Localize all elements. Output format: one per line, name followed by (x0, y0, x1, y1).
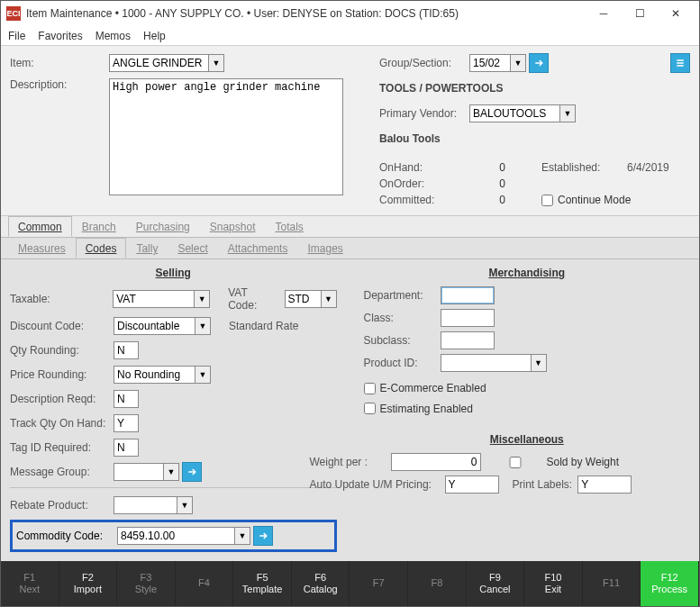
price-rounding-input[interactable] (114, 366, 195, 384)
tab-totals[interactable]: Totals (265, 216, 313, 237)
item-dropdown[interactable]: ▼ (109, 54, 224, 72)
dropdown-arrow-icon[interactable]: ▼ (177, 496, 193, 514)
subtab-tally[interactable]: Tally (126, 238, 168, 258)
vatcode-dropdown[interactable]: ▼ (285, 290, 337, 308)
header-panel: Item: ▼ Description: High power angle gr… (1, 46, 699, 216)
description-textarea[interactable]: High power angle grinder machine (109, 78, 343, 195)
onorder-label: OnOrder: (379, 177, 460, 190)
tag-id-label: Tag ID Required: (10, 441, 114, 454)
taxable-dropdown[interactable]: ▼ (113, 290, 210, 308)
fn-f5[interactable]: F5Template (233, 561, 292, 606)
rebate-dropdown[interactable]: ▼ (114, 496, 193, 514)
vatcode-input[interactable] (285, 290, 321, 308)
desc-reqd-input[interactable] (114, 390, 139, 408)
estimating-checkbox[interactable]: Estimating Enabled (364, 403, 473, 415)
tab-purchasing[interactable]: Purchasing (126, 216, 200, 237)
maximize-button[interactable]: ☐ (622, 2, 658, 25)
fn-f9[interactable]: F9Cancel (467, 561, 525, 606)
fn-f8[interactable]: F8 (408, 561, 467, 606)
fn-f11[interactable]: F11 (583, 561, 641, 606)
subtab-attachments[interactable]: Attachments (218, 238, 298, 258)
fn-f12[interactable]: F12Process (641, 561, 699, 606)
tab-snapshot[interactable]: Snapshot (200, 216, 266, 237)
class-input[interactable] (441, 309, 495, 327)
fn-f3[interactable]: F3Style (117, 561, 176, 606)
msg-group-lookup-button[interactable] (182, 462, 202, 482)
onorder-value: 0 (460, 177, 505, 190)
prodid-dropdown[interactable]: ▼ (441, 354, 547, 372)
commodity-lookup-button[interactable] (253, 526, 273, 546)
list-view-button[interactable] (670, 53, 690, 73)
vendor-dropdown[interactable]: ▼ (469, 104, 576, 122)
sold-by-weight-input[interactable] (488, 457, 542, 468)
group-dropdown[interactable]: ▼ (469, 54, 526, 72)
auto-update-input[interactable] (445, 476, 499, 494)
dropdown-arrow-icon[interactable]: ▼ (195, 317, 211, 335)
prodid-input[interactable] (441, 354, 531, 372)
discount-dropdown[interactable]: ▼ (114, 317, 211, 335)
menu-file[interactable]: File (8, 30, 25, 42)
prodid-label: Product ID: (364, 357, 441, 369)
group-lookup-button[interactable] (529, 53, 549, 73)
fn-f4[interactable]: F4 (176, 561, 234, 606)
tab-branch[interactable]: Branch (72, 216, 126, 237)
committed-value: 0 (460, 194, 505, 206)
estimating-input[interactable] (364, 403, 376, 414)
subtab-select[interactable]: Select (168, 238, 217, 258)
fn-f6[interactable]: F6Catalog (292, 561, 350, 606)
dropdown-arrow-icon[interactable]: ▼ (195, 366, 211, 384)
continue-mode-checkbox[interactable]: Continue Mode (541, 194, 631, 206)
tag-id-input[interactable] (114, 439, 139, 457)
ecommerce-input[interactable] (364, 383, 376, 394)
qty-rounding-input[interactable] (114, 341, 139, 359)
ecommerce-checkbox[interactable]: E-Commerce Enabled (364, 382, 486, 394)
dropdown-arrow-icon[interactable]: ▼ (234, 527, 250, 545)
close-button[interactable]: ✕ (658, 2, 694, 25)
vendor-name: Balou Tools (379, 132, 441, 145)
vendor-input[interactable] (469, 104, 559, 122)
dropdown-arrow-icon[interactable]: ▼ (559, 104, 576, 122)
msg-group-dropdown[interactable]: ▼ (114, 463, 179, 481)
rebate-input[interactable] (114, 496, 177, 514)
dept-input[interactable] (441, 286, 495, 304)
ecommerce-label: E-Commerce Enabled (380, 382, 486, 394)
menu-favorites[interactable]: Favorites (38, 30, 82, 42)
commodity-dropdown[interactable]: ▼ (117, 527, 250, 545)
menu-help[interactable]: Help (143, 30, 166, 42)
vendor-label: Primary Vendor: (379, 107, 469, 120)
dropdown-arrow-icon[interactable]: ▼ (163, 463, 179, 481)
menu-memos[interactable]: Memos (95, 30, 131, 42)
subtab-images[interactable]: Images (297, 238, 352, 258)
commodity-label: Commodity Code: (16, 530, 117, 542)
price-rounding-dropdown[interactable]: ▼ (114, 366, 211, 384)
group-input[interactable] (469, 54, 510, 72)
fn-f1[interactable]: F1Next (1, 561, 59, 606)
dept-label: Department: (364, 289, 441, 302)
item-input[interactable] (109, 54, 208, 72)
commodity-input[interactable] (117, 527, 234, 545)
print-labels-input[interactable] (577, 476, 632, 494)
tab-common[interactable]: Common (8, 216, 72, 237)
dropdown-arrow-icon[interactable]: ▼ (510, 54, 526, 72)
merch-heading: Merchandising (364, 267, 691, 279)
sold-by-weight-checkbox[interactable]: Sold by Weight (488, 456, 620, 468)
dropdown-arrow-icon[interactable]: ▼ (208, 54, 224, 72)
dropdown-arrow-icon[interactable]: ▼ (194, 290, 210, 308)
taxable-input[interactable] (113, 290, 194, 308)
msg-group-input[interactable] (114, 463, 163, 481)
fn-f2[interactable]: F2Import (59, 561, 118, 606)
subclass-input[interactable] (441, 331, 495, 349)
dropdown-arrow-icon[interactable]: ▼ (531, 354, 547, 372)
dropdown-arrow-icon[interactable]: ▼ (321, 290, 337, 308)
subtab-measures[interactable]: Measures (8, 238, 76, 258)
discount-input[interactable] (114, 317, 195, 335)
onhand-value: 0 (460, 161, 505, 174)
track-qty-input[interactable] (114, 414, 139, 432)
minimize-button[interactable]: ─ (586, 2, 622, 25)
fn-f7[interactable]: F7 (350, 561, 408, 606)
weight-input[interactable] (391, 453, 481, 471)
continue-mode-input[interactable] (541, 195, 553, 206)
fn-f10[interactable]: F10Exit (524, 561, 583, 606)
subtab-codes[interactable]: Codes (76, 238, 127, 258)
codes-form: Selling Taxable: ▼ VAT Code: ▼ Discount … (1, 259, 699, 561)
